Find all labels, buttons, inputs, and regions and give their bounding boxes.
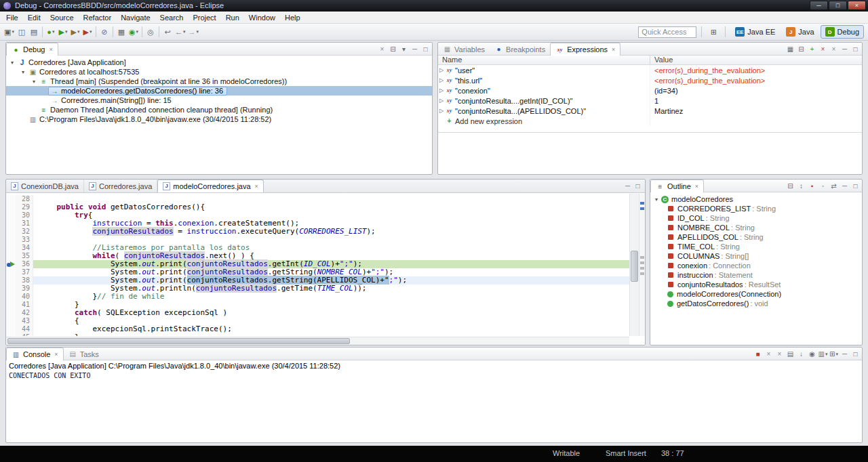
maximize-view-button[interactable]: □ [850,181,861,191]
debug-button[interactable]: ●▾ [45,25,57,39]
editor-tab-conexiondb[interactable]: J ConexionDB.java [6,180,84,192]
hide-static-members-button[interactable]: ◦ [818,181,828,191]
display-selected-console-button[interactable]: ▥▾ [818,349,828,359]
menu-help[interactable]: Help [280,13,305,22]
menu-refactor[interactable]: Refactor [79,13,117,22]
menu-run[interactable]: Run [221,13,244,22]
code-editor[interactable]: 2829 public void getDatosCorredores(){30… [6,194,645,345]
clear-console-button[interactable]: ▤ [785,349,795,359]
view-menu-button[interactable]: ▾ [399,44,409,54]
tab-expressions[interactable]: xy Expressions × [550,43,620,56]
code-line[interactable]: 44 excepcionSql.printStackTrace(); [6,325,629,333]
outline-item[interactable]: CORREDORES_LIST : String [650,204,862,213]
pin-console-button[interactable]: ◉ [807,349,817,359]
tab-breakpoints[interactable]: ● Breakpoints [490,43,550,56]
maximize-view-button[interactable]: □ [850,349,861,359]
tree-twisty-icon[interactable]: ▷ [438,67,445,73]
sort-button[interactable]: ↕ [796,181,806,191]
menu-file[interactable]: File [1,13,23,22]
close-window-button[interactable]: × [848,1,866,10]
menu-window[interactable]: Window [244,13,280,22]
remove-launch-button[interactable]: × [764,349,774,359]
minimize-view-button[interactable]: ─ [840,181,850,191]
close-tab-icon[interactable]: × [54,351,58,358]
annotation-mark[interactable] [640,202,644,205]
expression-row[interactable]: ▷xy"user"<error(s)_during_the_evaluation… [438,65,862,75]
tree-twisty-icon[interactable]: ▷ [438,77,445,83]
perspective-java-ee[interactable]: EEJava EE [730,25,780,39]
expression-row[interactable]: ▷xy"this.url"<error(s)_during_the_evalua… [438,75,862,85]
tab-console[interactable]: ▥ Console × [6,348,64,360]
debug-tree-item[interactable]: ▾≡Thread [main] (Suspended (breakpoint a… [6,77,432,86]
column-header-value[interactable]: Value [650,56,673,64]
code-line[interactable]: 40 }// fin de while [6,293,629,301]
collapse-all-button[interactable]: ⊟ [388,44,398,54]
outline-item[interactable]: COLUMNAS : String[] [650,251,862,261]
minimize-view-button[interactable]: ─ [840,349,850,359]
outline-item[interactable]: instruccion : Statement [650,270,862,280]
code-line[interactable]: 42 catch( SQLException excepcionSql ) [6,309,629,317]
terminate-button[interactable]: ■ [753,349,763,359]
expression-row[interactable]: ▷xy"conjuntoResulta....getInt(ID_COL)"1 [438,96,862,106]
annotation-mark[interactable] [640,267,644,270]
debug-tree-item[interactable]: ▾▣Corredores at localhost:57535 [6,67,432,77]
save-button[interactable]: ◫ [16,25,28,39]
outline-item[interactable]: ID_COL : String [650,213,862,223]
new-wizard-button[interactable]: ▣▾ [3,25,16,39]
scroll-lock-button[interactable]: ↓ [796,349,806,359]
collapse-all-button[interactable]: ⊟ [785,181,795,191]
remove-all-expressions-button[interactable]: × [829,44,839,54]
menu-edit[interactable]: Edit [23,13,45,22]
tree-twisty-icon[interactable]: ▾ [31,79,37,85]
maximize-window-button[interactable]: □ [829,1,847,10]
minimize-editor-button[interactable]: ─ [623,181,633,191]
outline-item[interactable]: TIME_COL : String [650,242,862,251]
new-class-button[interactable]: ◉▾ [127,25,140,39]
skip-all-breakpoints-button[interactable]: ⊘ [98,25,111,39]
close-tab-icon[interactable]: × [612,46,615,53]
print-button[interactable]: ▤ [28,25,40,39]
remove-expression-button[interactable]: × [818,44,828,54]
collapse-all-button[interactable]: ⊟ [796,44,806,54]
maximize-editor-button[interactable]: □ [633,181,643,191]
debug-tree-item[interactable]: ▾JCorredores [Java Application] [6,58,432,67]
tree-twisty-icon[interactable]: ▷ [438,108,445,114]
expression-row[interactable]: ▷xy"conjuntoResulta...(APELLIDOS_COL)"Ma… [438,106,862,116]
outline-item[interactable]: APELLIDOS_COL : String [650,232,862,242]
minimize-view-button[interactable]: ─ [840,44,850,54]
debug-tree-item[interactable]: →modeloCorredores.getDatosCorredores() l… [6,86,432,96]
close-tab-icon[interactable]: × [695,183,698,190]
annotation-mark[interactable] [640,261,644,264]
expression-row[interactable]: +Add new expression [438,116,862,126]
menu-source[interactable]: Source [45,13,79,22]
outline-root-item[interactable]: ▾CmodeloCorredores [650,194,862,204]
expression-row[interactable]: ▷xy"conexion"(id=34) [438,85,862,96]
code-line[interactable]: 29 public void getDatosCorredores(){ [6,203,629,211]
editor-tab-corredores[interactable]: J Corredores.java [84,180,157,192]
close-tab-icon[interactable]: × [49,46,52,53]
remove-all-terminated-button[interactable]: × [377,44,387,54]
debug-tree-item[interactable]: ▥C:\Program Files\Java\jdk1.8.0_40\bin\j… [6,114,432,124]
maximize-view-button[interactable]: □ [850,44,861,54]
outline-item[interactable]: conexion : Connection [650,261,862,270]
search-button[interactable]: ◎ [144,25,157,39]
minimize-view-button[interactable]: ─ [410,44,420,54]
link-with-editor-button[interactable]: ⇄ [829,181,839,191]
tab-debug[interactable]: ● Debug × [6,43,58,56]
scrollbar-thumb[interactable] [7,338,350,344]
perspective-debug[interactable]: DDebug [821,25,864,39]
scrollbar-thumb[interactable] [631,251,638,282]
outline-item[interactable]: modeloCorredores(Connection) [650,289,862,299]
annotation-mark[interactable] [640,272,644,275]
back-button[interactable]: ←▾ [174,25,187,39]
open-console-button[interactable]: ⊞▾ [829,349,839,359]
forward-button[interactable]: →▾ [187,25,201,39]
column-header-name[interactable]: Name [438,56,650,64]
tab-tasks[interactable]: ▤ Tasks [64,348,104,360]
tab-variables[interactable]: ▦ Variables [438,43,490,56]
perspective-java[interactable]: JJava [781,25,818,39]
menu-project[interactable]: Project [188,13,220,22]
annotation-mark[interactable] [640,207,644,210]
show-type-names-button[interactable]: ▦ [785,44,795,54]
tree-twisty-icon[interactable]: ▾ [20,69,26,75]
